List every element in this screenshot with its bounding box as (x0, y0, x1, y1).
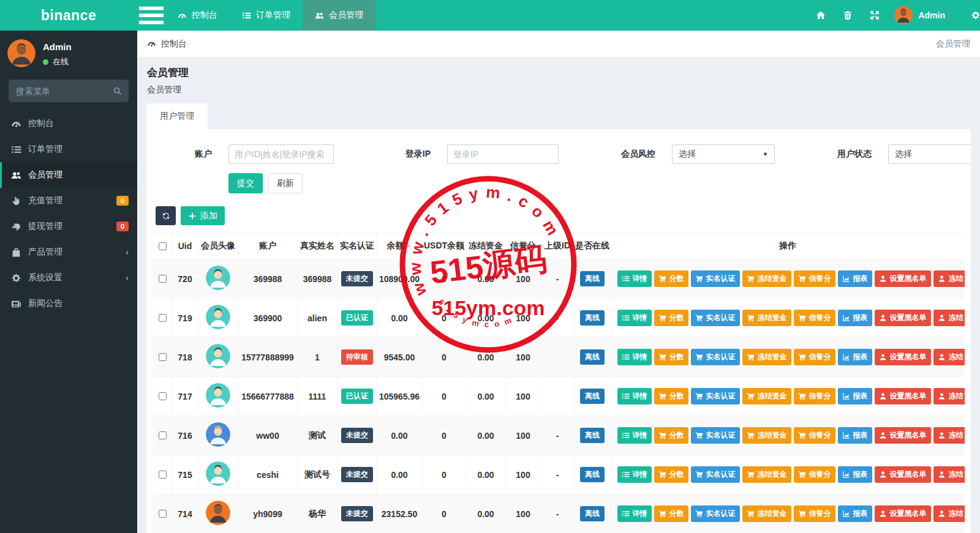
action-button[interactable]: 分数 (654, 270, 688, 287)
action-button[interactable]: 设置黑名单 (875, 349, 931, 365)
action-button[interactable]: 详情 (617, 349, 652, 365)
action-button[interactable]: 冻结资金 (742, 310, 791, 326)
menu-search-input[interactable] (9, 80, 129, 102)
sidebar-item-withdraw[interactable]: 提现管理0 (0, 214, 137, 239)
select-all-checkbox[interactable] (159, 242, 167, 250)
action-button[interactable]: 实名认证 (691, 427, 740, 444)
action-button[interactable]: 实名认证 (691, 505, 740, 522)
row-checkbox[interactable] (159, 275, 167, 283)
action-button[interactable]: 冻结资金 (742, 270, 791, 287)
col-parent[interactable]: 上级ID (541, 233, 574, 259)
action-button[interactable]: 实名认证 (691, 388, 740, 404)
action-button[interactable]: 详情 (617, 310, 652, 326)
nav-item-members[interactable]: 会员管理 (303, 0, 375, 31)
sidebar-item-settings[interactable]: 系统设置‹ (0, 265, 137, 291)
col-balance[interactable]: 余额▲ (377, 233, 422, 259)
action-button[interactable]: 详情 (617, 427, 652, 444)
sidebar-toggle-button[interactable] (137, 0, 165, 31)
col-account[interactable]: 账户 (238, 233, 297, 259)
action-button[interactable]: 信誉分 (794, 270, 835, 287)
col-uid[interactable]: Uid (172, 233, 198, 259)
action-button[interactable]: 信誉分 (794, 427, 835, 444)
action-button[interactable]: 冻结资金 (742, 427, 791, 444)
refresh-filter-button[interactable]: 刷新 (268, 173, 303, 193)
action-button[interactable]: 冻结 (933, 427, 965, 444)
row-checkbox[interactable] (159, 353, 167, 361)
action-button[interactable]: 信誉分 (794, 466, 835, 483)
action-button[interactable]: 冻结 (933, 270, 965, 287)
col-frozen[interactable]: 冻结资金 (466, 233, 505, 259)
action-button[interactable]: 冻结 (933, 349, 965, 365)
refresh-table-button[interactable] (156, 206, 176, 225)
row-checkbox[interactable] (159, 431, 167, 439)
fullscreen-button[interactable] (861, 0, 888, 31)
action-button[interactable]: 实名认证 (691, 466, 740, 483)
nav-item-orders[interactable]: 订单管理 (230, 0, 303, 31)
action-button[interactable]: 冻结 (933, 310, 965, 326)
action-button[interactable]: 详情 (617, 388, 652, 404)
col-credit[interactable]: 信誉分 (505, 233, 541, 259)
col-online[interactable]: 是否在线 (574, 233, 611, 259)
row-checkbox[interactable] (159, 471, 167, 479)
action-button[interactable]: 分数 (654, 388, 688, 404)
tab-user-management[interactable]: 用户管理 (146, 103, 208, 129)
action-button[interactable]: 详情 (617, 270, 652, 287)
action-button[interactable]: 实名认证 (691, 270, 740, 287)
home-button[interactable] (807, 0, 834, 31)
sidebar-item-products[interactable]: 产品管理‹ (0, 239, 137, 265)
action-button[interactable]: 设置黑名单 (875, 388, 931, 404)
action-button[interactable]: 报表 (838, 388, 872, 404)
status-select[interactable]: 选择 ▼ (888, 144, 971, 164)
action-button[interactable]: 报表 (838, 310, 872, 326)
sidebar-item-members[interactable]: 会员管理 (0, 162, 137, 188)
action-button[interactable]: 详情 (617, 466, 652, 483)
action-button[interactable]: 实名认证 (691, 310, 740, 326)
action-button[interactable]: 分数 (654, 466, 688, 483)
action-button[interactable]: 报表 (838, 505, 872, 522)
action-button[interactable]: 设置黑名单 (875, 505, 931, 522)
action-button[interactable]: 冻结 (933, 466, 965, 483)
breadcrumb-dashboard-link[interactable]: 控制台 (147, 39, 187, 50)
settings-button[interactable] (962, 0, 980, 31)
sidebar-item-recharge[interactable]: 充值管理0 (0, 188, 137, 214)
action-button[interactable]: 信誉分 (794, 349, 835, 365)
action-button[interactable]: 分数 (654, 349, 688, 365)
account-search-input[interactable] (228, 144, 334, 164)
action-button[interactable]: 冻结 (933, 388, 965, 404)
sidebar-item-news[interactable]: 新闻公告 (0, 291, 137, 316)
action-button[interactable]: 信誉分 (794, 388, 835, 404)
sidebar-item-orders[interactable]: 订单管理 (0, 136, 137, 162)
risk-select[interactable]: 选择 ▼ (672, 144, 775, 164)
action-button[interactable]: 分数 (654, 505, 688, 522)
action-button[interactable]: 冻结资金 (742, 505, 791, 522)
action-button[interactable]: 冻结资金 (742, 349, 791, 365)
col-kyc[interactable]: 实名认证 (337, 233, 377, 259)
clear-cache-button[interactable] (834, 0, 861, 31)
col-real-name[interactable]: 真实姓名 (297, 233, 337, 259)
search-icon[interactable] (113, 86, 122, 95)
action-button[interactable]: 实名认证 (691, 349, 740, 365)
action-button[interactable]: 报表 (838, 349, 872, 365)
action-button[interactable]: 冻结资金 (742, 466, 791, 483)
nav-item-dashboard[interactable]: 控制台 (165, 0, 230, 31)
user-menu[interactable]: Admin (894, 6, 945, 24)
action-button[interactable]: 设置黑名单 (875, 270, 931, 287)
submit-button[interactable]: 提交 (228, 173, 263, 193)
action-button[interactable]: 详情 (617, 505, 652, 522)
action-button[interactable]: 报表 (838, 270, 872, 287)
action-button[interactable]: 信誉分 (794, 310, 835, 326)
brand-logo[interactable]: binance (0, 0, 137, 31)
action-button[interactable]: 报表 (838, 427, 872, 444)
col-usdt[interactable]: USDT余额 (422, 233, 466, 259)
action-button[interactable]: 信誉分 (794, 505, 835, 522)
action-button[interactable]: 报表 (838, 466, 872, 483)
action-button[interactable]: 冻结 (933, 505, 965, 522)
action-button[interactable]: 分数 (654, 427, 688, 444)
row-checkbox[interactable] (159, 392, 167, 400)
login-ip-input[interactable] (447, 144, 559, 164)
row-checkbox[interactable] (159, 314, 167, 322)
action-button[interactable]: 冻结资金 (742, 388, 791, 404)
action-button[interactable]: 设置黑名单 (875, 310, 931, 326)
action-button[interactable]: 设置黑名单 (875, 466, 931, 483)
sidebar-item-dashboard[interactable]: 控制台 (0, 111, 137, 136)
